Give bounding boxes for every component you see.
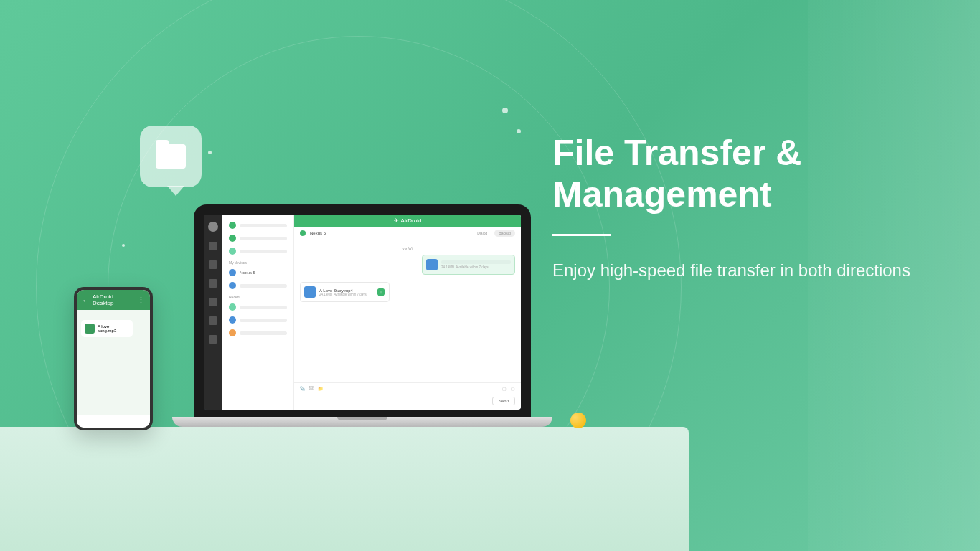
list-item[interactable] xyxy=(227,219,289,232)
outgoing-file-message[interactable]: 24.19MB Available within 7 days xyxy=(422,255,515,275)
status-dot xyxy=(300,230,306,236)
file-icon xyxy=(304,286,316,298)
device-list: My devices Nexus 5 Recent xyxy=(222,215,294,410)
list-item[interactable] xyxy=(227,326,289,339)
app-main: My devices Nexus 5 Recent ✈ AirDroid xyxy=(222,215,521,410)
list-item[interactable] xyxy=(227,314,289,326)
list-item[interactable] xyxy=(227,301,289,314)
laptop-lid: My devices Nexus 5 Recent ✈ AirDroid xyxy=(194,204,531,417)
app-nav-sidebar xyxy=(204,215,222,410)
chat-timestamp: via Wi xyxy=(300,246,515,250)
nav-icon[interactable] xyxy=(209,242,217,250)
hero-text: File Transfer & Management Enjoy high-sp… xyxy=(552,133,940,283)
laptop-base xyxy=(172,417,552,427)
tool-icon[interactable]: ▢ xyxy=(502,386,507,391)
attach-icon[interactable]: 📎 xyxy=(300,386,305,391)
download-button[interactable]: ↓ xyxy=(377,288,385,296)
nav-icon[interactable] xyxy=(209,335,217,344)
nav-icon[interactable] xyxy=(209,316,217,325)
folder-icon xyxy=(156,144,186,169)
menu-icon[interactable]: ⋮ xyxy=(137,296,145,305)
image-icon[interactable]: 🖼 xyxy=(309,386,314,391)
laptop-notch xyxy=(337,417,387,420)
chat-subheader: Nexus 5 Dialog Backup xyxy=(294,227,521,240)
paper-plane-icon: ✈ xyxy=(394,217,399,224)
list-item[interactable]: Nexus 5 xyxy=(227,266,289,279)
phone-mockup: ← AirDroid Desktop ⋮ A love song.mp3 xyxy=(74,287,153,430)
laptop-mockup: My devices Nexus 5 Recent ✈ AirDroid xyxy=(194,204,531,427)
chat-input-area[interactable]: Send xyxy=(294,394,521,410)
phone-header: ← AirDroid Desktop ⋮ xyxy=(77,290,150,310)
decorative-dot xyxy=(122,244,125,247)
phone-file-name: A love song.mp3 xyxy=(98,324,129,333)
phone-title: AirDroid Desktop xyxy=(93,293,133,306)
chat-body: via Wi 24.19MB Available within 7 days xyxy=(294,240,521,382)
phone-screen: ← AirDroid Desktop ⋮ A love song.mp3 xyxy=(77,290,150,428)
hero-subtitle: Enjoy high-speed file transfer in both d… xyxy=(552,258,940,283)
phone-chat: A love song.mp3 xyxy=(77,310,150,415)
phone-input-bar[interactable] xyxy=(77,415,150,428)
tool-icon[interactable]: ▢ xyxy=(511,386,515,391)
send-button[interactable]: Send xyxy=(492,397,515,405)
folder-icon[interactable]: 📁 xyxy=(318,386,323,391)
tab-dialog[interactable]: Dialog xyxy=(473,230,491,237)
decorative-dot xyxy=(502,108,508,113)
list-item[interactable] xyxy=(227,245,289,258)
file-icon xyxy=(85,324,95,334)
section-label: Recent xyxy=(227,292,289,301)
app-titlebar: ✈ AirDroid xyxy=(294,215,521,227)
hero-title: File Transfer & Management xyxy=(552,133,940,215)
decorative-ball xyxy=(570,413,586,428)
file-icon xyxy=(426,259,438,270)
chat-device-name: Nexus 5 xyxy=(310,231,326,235)
nav-icon[interactable] xyxy=(209,279,217,288)
decorative-dot xyxy=(208,151,212,154)
nav-icon[interactable] xyxy=(209,298,217,306)
list-item[interactable] xyxy=(227,232,289,245)
avatar[interactable] xyxy=(208,222,218,232)
chat-toolbar: 📎 🖼 📁 ▢ ▢ xyxy=(294,382,521,394)
list-item[interactable] xyxy=(227,279,289,292)
folder-badge xyxy=(140,126,202,187)
platform-surface xyxy=(0,427,689,551)
tab-backup[interactable]: Backup xyxy=(494,230,515,237)
laptop-screen: My devices Nexus 5 Recent ✈ AirDroid xyxy=(204,215,521,410)
chat-panel: ✈ AirDroid Nexus 5 Dialog Backup via Wi xyxy=(294,215,521,410)
incoming-file-message[interactable]: A Love Story.mp4 24.19MB Available withi… xyxy=(300,282,390,302)
app-brand: AirDroid xyxy=(401,217,422,224)
divider xyxy=(552,234,611,236)
decorative-dot xyxy=(517,129,521,133)
section-label: My devices xyxy=(227,258,289,266)
phone-file-bubble[interactable]: A love song.mp3 xyxy=(81,320,133,337)
device-name: Nexus 5 xyxy=(240,270,255,275)
back-icon[interactable]: ← xyxy=(82,296,89,304)
nav-icon[interactable] xyxy=(209,260,217,269)
